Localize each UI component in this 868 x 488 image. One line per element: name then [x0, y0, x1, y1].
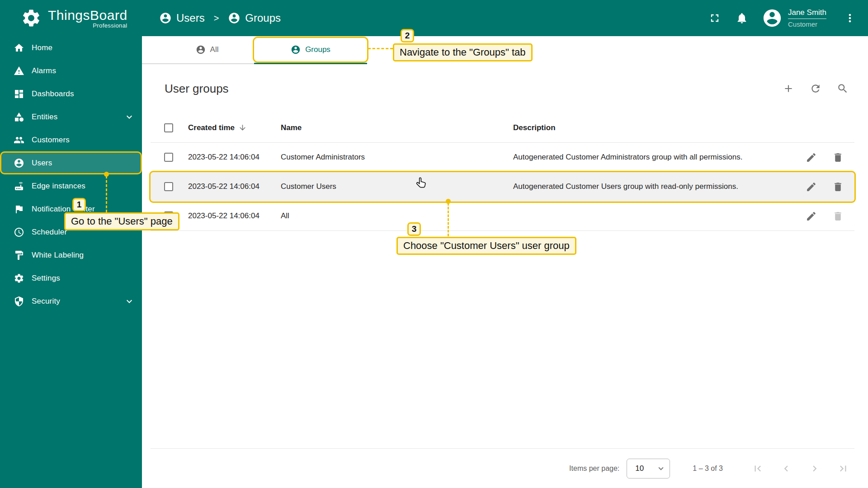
delete-button[interactable] [832, 181, 844, 192]
brand-edition: Professional [48, 22, 127, 29]
bell-icon [736, 12, 748, 24]
brand-name: ThingsBoard [48, 8, 127, 23]
tab-all-label: All [210, 45, 219, 54]
sidebar-item-label: Security [32, 297, 60, 306]
kebab-icon [844, 12, 856, 24]
table-toolbar: User groups [151, 64, 854, 113]
user-name: Jane Smith [788, 8, 826, 19]
app-root: ThingsBoard Professional Home Alarms Das… [0, 0, 868, 488]
table-header-row: Created time Name Description [151, 113, 854, 143]
breadcrumb-users[interactable]: Users [159, 12, 205, 24]
previous-page-button [780, 463, 792, 474]
breadcrumb: Users > Groups [159, 12, 281, 24]
pagination-range: 1 – 3 of 3 [693, 465, 723, 473]
sidebar-item-label: Alarms [32, 66, 56, 75]
table-row-customer-users[interactable]: 2023-05-22 14:06:04 Customer Users Autog… [151, 172, 854, 202]
sidebar-nav: Home Alarms Dashboards Entities Customer… [0, 36, 142, 313]
last-page-icon [837, 463, 849, 474]
user-menu[interactable]: Jane Smith Customer [788, 8, 826, 28]
cell-description: Autogenerated Customer Administrators gr… [506, 153, 791, 162]
row-checkbox[interactable] [164, 182, 173, 191]
row-checkbox[interactable] [164, 153, 173, 162]
app-logo[interactable]: ThingsBoard Professional [0, 0, 142, 36]
cell-created-time: 2023-05-22 14:06:04 [181, 211, 274, 221]
sidebar-item-label: Edge instances [32, 182, 85, 191]
step-badge-3: 3 [407, 222, 421, 236]
trash-icon [832, 211, 844, 222]
annotation-connector-line-1 [106, 176, 107, 212]
tab-all[interactable]: All [160, 38, 254, 61]
step-label-1: Go to the "Users" page [64, 212, 179, 230]
paginator: Items per page: 10 1 – 3 of 3 [151, 448, 854, 488]
router-icon [14, 181, 24, 192]
next-page-button [809, 463, 821, 474]
pencil-icon [806, 211, 817, 222]
sidebar-item-customers[interactable]: Customers [0, 128, 142, 151]
add-entity-button[interactable] [783, 83, 794, 94]
sidebar-item-entities[interactable]: Entities [0, 105, 142, 128]
sidebar-item-dashboards[interactable]: Dashboards [0, 82, 142, 105]
items-per-page-select[interactable]: 10 [627, 459, 670, 479]
trash-icon [832, 152, 844, 163]
chevron-down-icon [124, 296, 135, 307]
people-icon [14, 135, 24, 145]
refresh-button[interactable] [810, 83, 821, 94]
items-per-page-value: 10 [635, 464, 644, 473]
breadcrumb-groups[interactable]: Groups [228, 12, 281, 24]
column-label: Created time [188, 123, 235, 132]
sidebar-item-users[interactable]: Users [0, 151, 142, 174]
sidebar-item-alarms[interactable]: Alarms [0, 59, 142, 82]
dashboard-icon [14, 89, 24, 99]
edit-button[interactable] [806, 181, 817, 192]
pencil-icon [806, 181, 817, 192]
select-all-checkbox[interactable] [164, 123, 173, 132]
content: User groups [142, 64, 868, 488]
avatar[interactable] [762, 8, 783, 28]
category-icon [14, 112, 24, 122]
table-row[interactable]: 2023-05-22 14:06:04 All [151, 202, 854, 231]
column-header-created-time[interactable]: Created time [181, 123, 274, 132]
tab-groups[interactable]: Groups [254, 38, 367, 61]
sidebar-item-white-labeling[interactable]: White Labeling [0, 244, 142, 267]
cell-created-time: 2023-05-22 14:06:04 [181, 182, 274, 191]
chevron-right-icon [809, 463, 821, 474]
user-circle-icon [159, 12, 172, 24]
flag-icon [14, 204, 24, 215]
sidebar-item-security[interactable]: Security [0, 290, 142, 313]
edit-button[interactable] [806, 211, 817, 222]
cursor-pointer-icon [414, 176, 429, 191]
sidebar-item-label: Settings [32, 274, 60, 283]
page-title: User groups [165, 82, 229, 96]
step-badge-1: 1 [72, 198, 86, 211]
sidebar-item-home[interactable]: Home [0, 36, 142, 59]
sidebar-item-settings[interactable]: Settings [0, 267, 142, 290]
sidebar-item-label: Users [32, 159, 52, 168]
chevron-down-icon [656, 464, 666, 474]
sidebar-item-label: White Labeling [32, 251, 84, 260]
edit-button[interactable] [806, 152, 817, 163]
sidebar-item-edge-instances[interactable]: Edge instances [0, 174, 142, 197]
account-circle-icon [762, 8, 783, 28]
topbar: Users > Groups Jane Smit [142, 0, 868, 36]
cell-description: Autogenerated Customer Users group with … [506, 182, 791, 191]
user-role: Customer [788, 20, 817, 28]
delete-button-disabled [832, 211, 844, 222]
annotation-connector-line-3 [448, 203, 449, 236]
cell-name: Customer Administrators [274, 153, 506, 162]
more-menu-button[interactable] [844, 12, 856, 24]
paint-icon [14, 250, 24, 261]
warning-icon [14, 66, 24, 76]
first-page-icon [752, 463, 764, 474]
cell-name: All [274, 211, 506, 221]
tab-groups-label: Groups [305, 45, 330, 54]
breadcrumb-separator: > [214, 13, 219, 23]
users-group-icon [228, 12, 241, 24]
search-button[interactable] [837, 83, 849, 94]
fullscreen-button[interactable] [708, 12, 721, 24]
delete-button[interactable] [832, 152, 844, 163]
notifications-button[interactable] [736, 12, 748, 24]
table-row[interactable]: 2023-05-22 14:06:04 Customer Administrat… [151, 143, 854, 172]
breadcrumb-groups-label: Groups [245, 12, 281, 24]
sidebar-item-label: Entities [32, 113, 57, 122]
fullscreen-icon [708, 12, 721, 24]
